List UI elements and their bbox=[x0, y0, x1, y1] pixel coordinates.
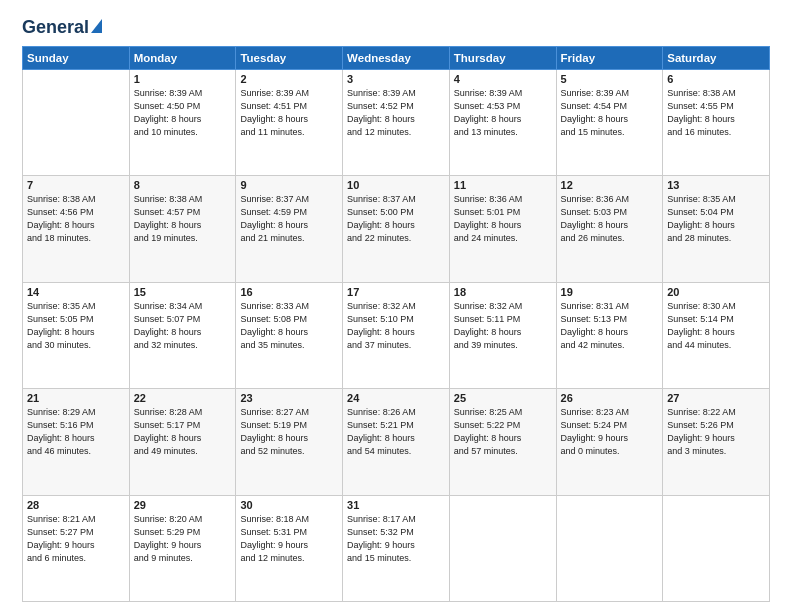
calendar-cell: 29Sunrise: 8:20 AM Sunset: 5:29 PM Dayli… bbox=[129, 495, 236, 601]
calendar-cell: 14Sunrise: 8:35 AM Sunset: 5:05 PM Dayli… bbox=[23, 282, 130, 388]
calendar-cell: 17Sunrise: 8:32 AM Sunset: 5:10 PM Dayli… bbox=[343, 282, 450, 388]
calendar-cell bbox=[449, 495, 556, 601]
calendar-cell: 27Sunrise: 8:22 AM Sunset: 5:26 PM Dayli… bbox=[663, 389, 770, 495]
day-number: 26 bbox=[561, 392, 659, 404]
calendar-header-thursday: Thursday bbox=[449, 46, 556, 69]
day-detail: Sunrise: 8:36 AM Sunset: 5:01 PM Dayligh… bbox=[454, 193, 552, 245]
day-number: 7 bbox=[27, 179, 125, 191]
day-number: 4 bbox=[454, 73, 552, 85]
day-number: 2 bbox=[240, 73, 338, 85]
day-number: 25 bbox=[454, 392, 552, 404]
day-number: 23 bbox=[240, 392, 338, 404]
day-number: 20 bbox=[667, 286, 765, 298]
day-detail: Sunrise: 8:38 AM Sunset: 4:57 PM Dayligh… bbox=[134, 193, 232, 245]
day-detail: Sunrise: 8:26 AM Sunset: 5:21 PM Dayligh… bbox=[347, 406, 445, 458]
day-detail: Sunrise: 8:38 AM Sunset: 4:55 PM Dayligh… bbox=[667, 87, 765, 139]
day-number: 24 bbox=[347, 392, 445, 404]
day-detail: Sunrise: 8:17 AM Sunset: 5:32 PM Dayligh… bbox=[347, 513, 445, 565]
day-detail: Sunrise: 8:37 AM Sunset: 4:59 PM Dayligh… bbox=[240, 193, 338, 245]
calendar-week-4: 21Sunrise: 8:29 AM Sunset: 5:16 PM Dayli… bbox=[23, 389, 770, 495]
logo: General bbox=[22, 18, 102, 38]
header: General bbox=[22, 18, 770, 38]
day-number: 13 bbox=[667, 179, 765, 191]
calendar-cell: 30Sunrise: 8:18 AM Sunset: 5:31 PM Dayli… bbox=[236, 495, 343, 601]
calendar-cell: 25Sunrise: 8:25 AM Sunset: 5:22 PM Dayli… bbox=[449, 389, 556, 495]
calendar-cell: 11Sunrise: 8:36 AM Sunset: 5:01 PM Dayli… bbox=[449, 176, 556, 282]
day-number: 29 bbox=[134, 499, 232, 511]
day-detail: Sunrise: 8:31 AM Sunset: 5:13 PM Dayligh… bbox=[561, 300, 659, 352]
calendar-cell: 28Sunrise: 8:21 AM Sunset: 5:27 PM Dayli… bbox=[23, 495, 130, 601]
day-detail: Sunrise: 8:29 AM Sunset: 5:16 PM Dayligh… bbox=[27, 406, 125, 458]
calendar-cell: 19Sunrise: 8:31 AM Sunset: 5:13 PM Dayli… bbox=[556, 282, 663, 388]
day-number: 15 bbox=[134, 286, 232, 298]
day-number: 14 bbox=[27, 286, 125, 298]
calendar-week-2: 7Sunrise: 8:38 AM Sunset: 4:56 PM Daylig… bbox=[23, 176, 770, 282]
day-number: 19 bbox=[561, 286, 659, 298]
day-detail: Sunrise: 8:32 AM Sunset: 5:11 PM Dayligh… bbox=[454, 300, 552, 352]
day-detail: Sunrise: 8:39 AM Sunset: 4:50 PM Dayligh… bbox=[134, 87, 232, 139]
day-detail: Sunrise: 8:32 AM Sunset: 5:10 PM Dayligh… bbox=[347, 300, 445, 352]
calendar-cell: 24Sunrise: 8:26 AM Sunset: 5:21 PM Dayli… bbox=[343, 389, 450, 495]
calendar-cell: 6Sunrise: 8:38 AM Sunset: 4:55 PM Daylig… bbox=[663, 69, 770, 175]
calendar-cell: 5Sunrise: 8:39 AM Sunset: 4:54 PM Daylig… bbox=[556, 69, 663, 175]
calendar-cell: 18Sunrise: 8:32 AM Sunset: 5:11 PM Dayli… bbox=[449, 282, 556, 388]
day-detail: Sunrise: 8:21 AM Sunset: 5:27 PM Dayligh… bbox=[27, 513, 125, 565]
day-detail: Sunrise: 8:37 AM Sunset: 5:00 PM Dayligh… bbox=[347, 193, 445, 245]
day-number: 27 bbox=[667, 392, 765, 404]
day-detail: Sunrise: 8:20 AM Sunset: 5:29 PM Dayligh… bbox=[134, 513, 232, 565]
day-number: 12 bbox=[561, 179, 659, 191]
day-detail: Sunrise: 8:22 AM Sunset: 5:26 PM Dayligh… bbox=[667, 406, 765, 458]
page: General SundayMondayTuesdayWednesdayThur… bbox=[0, 0, 792, 612]
calendar-cell: 22Sunrise: 8:28 AM Sunset: 5:17 PM Dayli… bbox=[129, 389, 236, 495]
calendar-cell bbox=[663, 495, 770, 601]
day-number: 22 bbox=[134, 392, 232, 404]
day-number: 21 bbox=[27, 392, 125, 404]
day-detail: Sunrise: 8:30 AM Sunset: 5:14 PM Dayligh… bbox=[667, 300, 765, 352]
calendar-cell: 4Sunrise: 8:39 AM Sunset: 4:53 PM Daylig… bbox=[449, 69, 556, 175]
calendar-header-sunday: Sunday bbox=[23, 46, 130, 69]
calendar-header-saturday: Saturday bbox=[663, 46, 770, 69]
day-number: 28 bbox=[27, 499, 125, 511]
day-detail: Sunrise: 8:38 AM Sunset: 4:56 PM Dayligh… bbox=[27, 193, 125, 245]
day-detail: Sunrise: 8:39 AM Sunset: 4:54 PM Dayligh… bbox=[561, 87, 659, 139]
calendar-header-monday: Monday bbox=[129, 46, 236, 69]
calendar-header-wednesday: Wednesday bbox=[343, 46, 450, 69]
day-number: 3 bbox=[347, 73, 445, 85]
calendar-cell bbox=[23, 69, 130, 175]
calendar-cell: 8Sunrise: 8:38 AM Sunset: 4:57 PM Daylig… bbox=[129, 176, 236, 282]
calendar-cell: 10Sunrise: 8:37 AM Sunset: 5:00 PM Dayli… bbox=[343, 176, 450, 282]
day-number: 10 bbox=[347, 179, 445, 191]
day-detail: Sunrise: 8:36 AM Sunset: 5:03 PM Dayligh… bbox=[561, 193, 659, 245]
day-detail: Sunrise: 8:18 AM Sunset: 5:31 PM Dayligh… bbox=[240, 513, 338, 565]
calendar-cell: 3Sunrise: 8:39 AM Sunset: 4:52 PM Daylig… bbox=[343, 69, 450, 175]
logo-icon bbox=[91, 19, 102, 33]
calendar-cell: 2Sunrise: 8:39 AM Sunset: 4:51 PM Daylig… bbox=[236, 69, 343, 175]
day-detail: Sunrise: 8:27 AM Sunset: 5:19 PM Dayligh… bbox=[240, 406, 338, 458]
day-number: 18 bbox=[454, 286, 552, 298]
calendar-cell: 15Sunrise: 8:34 AM Sunset: 5:07 PM Dayli… bbox=[129, 282, 236, 388]
calendar-cell: 21Sunrise: 8:29 AM Sunset: 5:16 PM Dayli… bbox=[23, 389, 130, 495]
day-detail: Sunrise: 8:34 AM Sunset: 5:07 PM Dayligh… bbox=[134, 300, 232, 352]
calendar-cell: 12Sunrise: 8:36 AM Sunset: 5:03 PM Dayli… bbox=[556, 176, 663, 282]
day-number: 9 bbox=[240, 179, 338, 191]
day-detail: Sunrise: 8:39 AM Sunset: 4:53 PM Dayligh… bbox=[454, 87, 552, 139]
day-number: 31 bbox=[347, 499, 445, 511]
calendar-cell: 1Sunrise: 8:39 AM Sunset: 4:50 PM Daylig… bbox=[129, 69, 236, 175]
calendar-header-friday: Friday bbox=[556, 46, 663, 69]
calendar-cell: 16Sunrise: 8:33 AM Sunset: 5:08 PM Dayli… bbox=[236, 282, 343, 388]
calendar-week-5: 28Sunrise: 8:21 AM Sunset: 5:27 PM Dayli… bbox=[23, 495, 770, 601]
calendar-cell: 31Sunrise: 8:17 AM Sunset: 5:32 PM Dayli… bbox=[343, 495, 450, 601]
day-number: 30 bbox=[240, 499, 338, 511]
calendar-week-3: 14Sunrise: 8:35 AM Sunset: 5:05 PM Dayli… bbox=[23, 282, 770, 388]
day-number: 6 bbox=[667, 73, 765, 85]
day-detail: Sunrise: 8:35 AM Sunset: 5:05 PM Dayligh… bbox=[27, 300, 125, 352]
calendar-week-1: 1Sunrise: 8:39 AM Sunset: 4:50 PM Daylig… bbox=[23, 69, 770, 175]
day-number: 1 bbox=[134, 73, 232, 85]
day-number: 17 bbox=[347, 286, 445, 298]
calendar-cell: 26Sunrise: 8:23 AM Sunset: 5:24 PM Dayli… bbox=[556, 389, 663, 495]
day-detail: Sunrise: 8:39 AM Sunset: 4:52 PM Dayligh… bbox=[347, 87, 445, 139]
day-detail: Sunrise: 8:28 AM Sunset: 5:17 PM Dayligh… bbox=[134, 406, 232, 458]
calendar-cell: 9Sunrise: 8:37 AM Sunset: 4:59 PM Daylig… bbox=[236, 176, 343, 282]
day-detail: Sunrise: 8:33 AM Sunset: 5:08 PM Dayligh… bbox=[240, 300, 338, 352]
day-number: 16 bbox=[240, 286, 338, 298]
